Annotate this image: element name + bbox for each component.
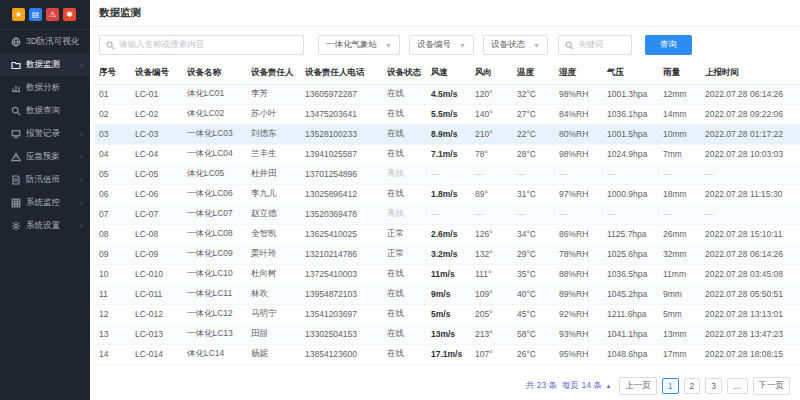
filter-dropdown-0[interactable]: 一体化气象站▼ bbox=[318, 35, 400, 55]
cell-status: 在线 bbox=[383, 144, 427, 164]
cell-wind-speed: 8.9m/s bbox=[427, 124, 471, 144]
topbar: 数据监测 bbox=[90, 0, 800, 27]
cell-owner: 杜井田 bbox=[247, 164, 301, 184]
logo-gear-icon[interactable]: ✱ bbox=[63, 8, 76, 21]
cell-device-code: LC-012 bbox=[131, 304, 183, 324]
cell-wind-dir: — bbox=[471, 164, 513, 184]
cell-rainfall: — bbox=[659, 204, 701, 224]
cell-pressure: 1000.9hpa bbox=[603, 184, 659, 204]
cell-index: 01 bbox=[95, 84, 131, 104]
cell-device-name: 一体化LC03 bbox=[183, 124, 247, 144]
prev-page-button[interactable]: 上一页 bbox=[619, 377, 657, 395]
table-row[interactable]: 09LC-09一体化LC09栗叶玲13210214786正常3.2m/s132°… bbox=[95, 244, 800, 264]
table-row[interactable]: 05LC-05体化LC05杜井田13701254896离线——————— bbox=[95, 164, 800, 184]
cell-status: 正常 bbox=[383, 224, 427, 244]
sidebar-item-search[interactable]: 数据查询 bbox=[0, 99, 90, 122]
sidebar-item-grid[interactable]: 系统监控› bbox=[0, 191, 90, 214]
table-row[interactable]: 04LC-04一体化LC04兰丰生13941025587在线7.1m/s78°2… bbox=[95, 144, 800, 164]
table-row[interactable]: 01LC-01体化LC01李芳13605972287在线4.5m/s120°32… bbox=[95, 84, 800, 104]
table-row[interactable]: 03LC-03一体化LC03刘德东13528100233在线8.9m/s210°… bbox=[95, 124, 800, 144]
table-row[interactable]: 06LC-06一体化LC06李九儿13025896412在线1.8m/s89°3… bbox=[95, 184, 800, 204]
cell-wind-dir: 210° bbox=[471, 124, 513, 144]
keyword-input[interactable]: 关键词 bbox=[558, 35, 632, 55]
table-row[interactable]: 13LC-013一体化LC13田甜13302504153在线13m/s213°5… bbox=[95, 324, 800, 344]
page-number-button[interactable]: 3 bbox=[705, 378, 722, 394]
cell-owner-phone: 13941025587 bbox=[301, 144, 383, 164]
sidebar-item-folder[interactable]: 数据监测› bbox=[0, 53, 90, 76]
col-header-pressure: 气压 bbox=[603, 62, 659, 84]
cell-rainfall: 5mm bbox=[659, 304, 701, 324]
cell-owner: 李芳 bbox=[247, 84, 301, 104]
cell-device-name: 一体化LC12 bbox=[183, 304, 247, 324]
filter-dropdown-1[interactable]: 设备编号▼ bbox=[409, 35, 474, 55]
cell-report-time: 2022.07.28 18:08:15 bbox=[701, 344, 800, 364]
cell-device-name: 一体化LC08 bbox=[183, 224, 247, 244]
cell-wind-speed: 4.5m/s bbox=[427, 84, 471, 104]
keyword-search-icon bbox=[565, 41, 574, 50]
table-row[interactable]: 12LC-012一体化LC12马明宁13541203697在线5m/s205°4… bbox=[95, 304, 800, 324]
page-size-select[interactable]: 每页 14 条 bbox=[562, 380, 602, 392]
filter-bar: 请输入名称或搜索内容 一体化气象站▼设备编号▼设备状态▼ 关键词 查询 bbox=[90, 27, 800, 62]
sidebar-item-warning[interactable]: 应急预案› bbox=[0, 145, 90, 168]
table-row[interactable]: 08LC-08一体化LC08全智凯13625410025正常2.6m/s126°… bbox=[95, 224, 800, 244]
table-row[interactable]: 10LC-010一体化LC10杜向树13725410003在线11m/s111°… bbox=[95, 264, 800, 284]
query-button[interactable]: 查询 bbox=[645, 35, 692, 55]
cell-report-time: 2022.07.28 13:13:01 bbox=[701, 304, 800, 324]
cell-device-name: 体化LC01 bbox=[183, 84, 247, 104]
chevron-right-icon: › bbox=[80, 221, 83, 231]
cell-pressure: — bbox=[603, 204, 659, 224]
sidebar-item-label: 3D防汛可视化 bbox=[26, 36, 79, 48]
sidebar-item-document[interactable]: 防汛值班› bbox=[0, 168, 90, 191]
cell-owner: 刘德东 bbox=[247, 124, 301, 144]
sidebar-item-globe[interactable]: 3D防汛可视化 bbox=[0, 30, 90, 53]
col-header-rainfall: 雨量 bbox=[659, 62, 701, 84]
col-header-temperature: 温度 bbox=[513, 62, 555, 84]
table-row[interactable]: 11LC-011一体化LC11林欢13954872103在线9m/s109°40… bbox=[95, 284, 800, 304]
cell-status: 正常 bbox=[383, 244, 427, 264]
cell-wind-dir: 89° bbox=[471, 184, 513, 204]
globe-icon bbox=[11, 37, 21, 47]
cell-index: 14 bbox=[95, 344, 131, 364]
cell-owner-phone: 13025896412 bbox=[301, 184, 383, 204]
table-row[interactable]: 02LC-02体化LC02苏小叶13475203641在线5.5m/s140°2… bbox=[95, 104, 800, 124]
page-ellipsis-button[interactable]: … bbox=[727, 378, 748, 394]
cell-pressure: 1048.6hpa bbox=[603, 344, 659, 364]
cell-report-time: 2022.07.28 15:10:11 bbox=[701, 224, 800, 244]
cell-wind-speed: 5.5m/s bbox=[427, 104, 471, 124]
gear-icon bbox=[11, 221, 21, 231]
cell-temperature: — bbox=[513, 204, 555, 224]
col-header-status: 设备状态 bbox=[383, 62, 427, 84]
page-number-button[interactable]: 2 bbox=[684, 378, 701, 394]
sidebar-item-gear[interactable]: 系统设置› bbox=[0, 214, 90, 237]
cell-report-time: 2022.07.28 10:03:03 bbox=[701, 144, 800, 164]
logo-file-icon[interactable]: ▤ bbox=[29, 8, 42, 21]
cell-pressure: 1024.9hpa bbox=[603, 144, 659, 164]
cell-device-code: LC-08 bbox=[131, 224, 183, 244]
cell-temperature: 58°C bbox=[513, 324, 555, 344]
cell-humidity: 86%RH bbox=[555, 224, 603, 244]
filter-dropdown-2[interactable]: 设备状态▼ bbox=[483, 35, 548, 55]
sidebar-item-monitor[interactable]: 报警记录› bbox=[0, 122, 90, 145]
col-header-index: 序号 bbox=[95, 62, 131, 84]
next-page-button[interactable]: 下一页 bbox=[753, 377, 791, 395]
cell-owner-phone: 13625410025 bbox=[301, 224, 383, 244]
logo-alert-icon[interactable]: ⚠ bbox=[46, 8, 59, 21]
cell-report-time: 2022.07.28 06:14:26 bbox=[701, 244, 800, 264]
pagination: 共 23 条 每页 14 条 ▴ 上一页 123… 下一页 bbox=[526, 377, 790, 395]
dropdown-label: 设备状态 bbox=[491, 39, 525, 51]
main-content: 数据监测 请输入名称或搜索内容 一体化气象站▼设备编号▼设备状态▼ 关键词 查询 bbox=[90, 0, 800, 400]
table-row[interactable]: 07LC-07一体化LC07赵立德13520369478离线——————— bbox=[95, 204, 800, 224]
logo-star-icon[interactable]: ★ bbox=[12, 8, 25, 21]
grid-icon bbox=[11, 198, 21, 208]
page-number-button[interactable]: 1 bbox=[662, 378, 679, 394]
cell-temperature: 35°C bbox=[513, 264, 555, 284]
sidebar-item-chart[interactable]: 数据分析 bbox=[0, 76, 90, 99]
cell-device-code: LC-06 bbox=[131, 184, 183, 204]
cell-device-code: LC-013 bbox=[131, 324, 183, 344]
cell-humidity: — bbox=[555, 164, 603, 184]
cell-temperature: 26°C bbox=[513, 344, 555, 364]
search-input[interactable]: 请输入名称或搜索内容 bbox=[99, 35, 304, 55]
table-row[interactable]: 14LC-014体化LC14杨妮13854123600在线17.1m/s107°… bbox=[95, 344, 800, 364]
cell-report-time: 2022.07.28 03:45:08 bbox=[701, 264, 800, 284]
cell-humidity: 98%RH bbox=[555, 144, 603, 164]
